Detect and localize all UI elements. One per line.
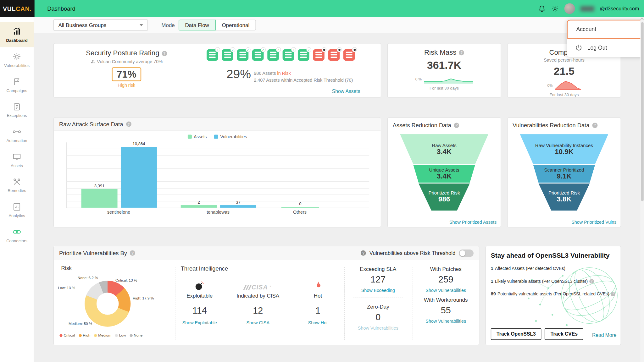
show-exploitable-link[interactable]: Show Exploitable [182,320,217,325]
card-title: Risk Mass? [388,48,501,57]
prioritize-vulnerabilities-card: Prioritize Vulnerabilities By? ? Vulnera… [53,246,479,345]
help-icon[interactable]: ? [611,292,615,296]
bar-vulnerabilities[interactable]: 37 [220,200,256,208]
logo-text-can: CAN. [16,5,32,12]
help-icon[interactable]: ? [126,122,131,127]
risk-donut-section: Risk None: 6.2 % Critical: 13 % Low: 13 … [54,260,175,345]
settings-gear-icon[interactable] [551,5,559,13]
sidebar-item-automation[interactable]: Automation [0,122,34,147]
help-icon[interactable]: ? [589,279,594,283]
page-title: Dashboard [47,5,75,12]
show-assets-link[interactable]: Show Assets [332,89,360,94]
risk-section-label: Risk [61,265,72,272]
bar-group-tenablewas: 2 37 [181,200,256,208]
bar-assets[interactable]: 0 [281,201,319,208]
sidebar-item-connectors[interactable]: Connectors [0,222,34,248]
zero-day-cell: Zero-Day 0 Show Vulnerabilities [344,298,412,331]
show-prioritized-vulns-link[interactable]: Show Prioritized Vulns [571,220,616,225]
user-avatar[interactable] [564,3,575,14]
connector-ok-icon[interactable]: ✓ [283,49,294,61]
check-badge-icon: ✓ [276,47,281,52]
track-cves-button[interactable]: Track CVEs [545,328,583,340]
notifications-bell-icon[interactable] [538,5,546,13]
risk-threshold-toggle[interactable] [459,249,474,257]
hot-label: Hot [293,293,343,299]
exploitable-column: Exploitable 114 Show Exploitable [175,278,224,326]
vulcan-logo[interactable]: VULCAN. [0,0,35,17]
connector-ok-icon[interactable]: ✓ [298,49,309,61]
sidebar-item-remedies[interactable]: Remedies [0,173,34,198]
sidebar-label: Analytics [8,213,25,218]
connector-risk-icon[interactable] [343,49,355,61]
funnel-segment-unique-assets[interactable]: Unique Assets3.4K [400,165,488,183]
connector-status-row: ✓ ✓ ✓ ✓ ✓ ✓ ✓ [207,49,355,61]
scroll-up-caret-icon[interactable] [640,18,644,21]
business-groups-select[interactable]: All Business Groups [53,19,148,31]
bar-assets[interactable]: 2 [181,200,217,208]
vulnerabilities-funnel: Raw Vulnerability Instances10.9K Scanner… [520,134,608,211]
connector-ok-icon[interactable]: ✓ [207,49,218,61]
read-more-link[interactable]: Read More [592,332,617,338]
connector-ok-icon[interactable]: ✓ [237,49,249,61]
exceeding-sla-count: 127 [344,274,412,285]
card-title: Assets Reduction Data? [393,122,496,129]
connector-ok-icon[interactable]: ✓ [267,49,279,61]
sidebar-item-analytics[interactable]: Analytics [0,197,34,222]
bomb-badge-icon [337,47,342,52]
funnel-segment-prioritized-risk[interactable]: Prioritized Risk3.8K [520,184,608,211]
show-exceeding-link[interactable]: Show Exceeding [361,288,395,293]
sidebar-item-assets[interactable]: Assets [0,147,34,173]
connector-ok-icon[interactable]: ✓ [252,49,264,61]
show-zero-day-link[interactable]: Show Vulnerabilities [358,326,398,331]
fact-likely-vulnerable: 1Likely vulnerable assets (Per OpenSSL3 … [491,279,616,284]
funnel-segment-raw-vulns[interactable]: Raw Vulnerability Instances10.9K [520,134,608,164]
bar-vulnerabilities[interactable]: 10,864 [121,142,157,208]
sidebar-item-exceptions[interactable]: Exceptions [0,97,34,123]
show-prioritized-assets-link[interactable]: Show Prioritized Assets [449,220,497,225]
scrollbar-thumb[interactable] [641,22,643,201]
sidebar-item-vulnerabilities[interactable]: Vulnerabilities [0,47,34,72]
assets-funnel: Raw Assets3.4K Unique Assets3.4K Priorit… [400,134,488,211]
connector-ok-icon[interactable]: ✓ [222,49,233,61]
funnel-segment-scanner-prioritized[interactable]: Scanner Prioritized9.1K [520,165,608,183]
connector-risk-icon[interactable] [313,49,325,61]
connector-risk-icon[interactable] [328,49,340,61]
track-openssl3-button[interactable]: Track OpenSSL3 [491,328,541,340]
mode-data-flow-button[interactable]: Data Flow [179,20,216,30]
risk-donut[interactable] [85,281,130,326]
donut-label-none: None: 6.2 % [78,276,98,280]
page-scrollbar[interactable] [640,17,644,362]
sidebar-item-campaigns[interactable]: Campaigns [0,72,34,97]
help-icon[interactable]: ? [592,123,597,128]
donut-label-medium: Medium: 50 % [69,322,92,326]
show-cisa-link[interactable]: Show CISA [247,320,269,325]
menu-item-account[interactable]: Account [567,20,643,39]
check-badge-icon: ✓ [246,47,251,52]
threat-intelligence-title: Threat Intelligence [181,265,228,272]
help-icon[interactable]: ? [130,250,135,256]
funnel-segment-prioritized-risk[interactable]: Prioritized Risk986 [400,184,488,211]
help-icon[interactable]: ? [361,250,366,256]
help-icon[interactable]: ? [454,123,459,128]
menu-item-logout[interactable]: Log Out [567,39,643,55]
mode-operational-button[interactable]: Operational [215,20,256,30]
check-badge-icon: ✓ [215,47,220,52]
logo-text-vul: VUL [3,5,16,12]
help-icon[interactable]: ? [459,50,464,55]
patches-column: With Patches 259 Show Vulnerabilities Wi… [412,260,480,345]
funnel-segment-raw-assets[interactable]: Raw Assets3.4K [400,134,488,164]
card-header: Raw Attack Surface Data? [54,118,381,131]
show-hot-link[interactable]: Show Hot [308,320,328,325]
sidebar-item-dashboard[interactable]: Dashboard [0,22,34,47]
legend-low: Low [115,333,126,337]
show-patches-vulns-link[interactable]: Show Vulnerabilities [425,288,466,293]
vulcan-dashboard-app: VULCAN. Dashboard @d3security.com Dashbo… [0,0,644,362]
bar-assets[interactable]: 3,391 [81,184,118,208]
donut-legend: Critical High Medium Low None [59,333,142,337]
fact-potentially-vulnerable: 89Potentially vulnerable assets (Per Ope… [491,291,616,296]
legend-dot [115,334,118,337]
show-workarounds-vulns-link[interactable]: Show Vulnerabilities [425,319,466,324]
exploitable-count: 114 [175,305,224,316]
help-icon[interactable]: ? [162,51,167,56]
bar-group-others: 0 [281,201,319,208]
